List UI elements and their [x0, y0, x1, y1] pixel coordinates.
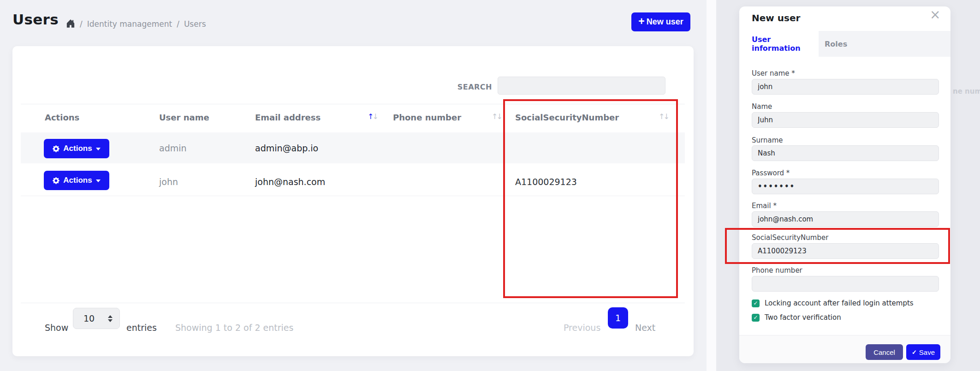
cell-email: admin@abp.io	[255, 143, 318, 153]
users-page: Users / Identity management / Users + Ne…	[0, 0, 980, 371]
cell-email: john@nash.com	[255, 177, 325, 187]
search-input[interactable]	[498, 77, 665, 95]
sort-icon[interactable]: ↑↓	[368, 112, 377, 121]
surname-label: Surname	[752, 136, 783, 144]
pagination-next[interactable]: Next	[635, 323, 655, 333]
stepper-up-icon	[108, 315, 113, 318]
ssn-field[interactable]	[752, 243, 939, 259]
caret-down-icon	[96, 180, 101, 182]
caret-down-icon	[96, 148, 101, 150]
gear-icon	[53, 177, 59, 184]
name-label: Name	[752, 102, 772, 111]
two-factor-checkbox-row: ✓ Two factor verification	[752, 313, 841, 322]
table-row	[21, 132, 685, 163]
lockout-checkbox-label: Locking account after failed login attem…	[765, 299, 914, 307]
region-divider	[707, 0, 716, 371]
pagination-page-1[interactable]: 1	[608, 307, 628, 329]
cell-username: john	[159, 177, 178, 187]
entries-label: entries	[126, 323, 157, 333]
username-label: User name *	[752, 69, 795, 78]
new-user-button[interactable]: + New user	[631, 12, 690, 31]
cell-ssn: A1100029123	[515, 177, 577, 187]
modal-title: New user	[752, 12, 800, 24]
column-header-ssn[interactable]: SocialSecurityNumber	[515, 113, 619, 122]
stepper-icon[interactable]	[108, 315, 113, 322]
username-field[interactable]	[752, 79, 939, 95]
new-user-modal: New user × User information Roles User n…	[739, 6, 950, 363]
tab-roles[interactable]: Roles	[825, 31, 847, 57]
page-size-select[interactable]: 10	[73, 308, 120, 329]
column-header-actions: Actions	[45, 113, 79, 122]
save-button[interactable]: ✓ Save	[906, 344, 940, 360]
modal-tab-bar: User information Roles	[739, 31, 950, 57]
page-title: Users	[12, 11, 59, 28]
row-actions-button[interactable]: Actions	[44, 171, 109, 190]
checkbox-checked-icon[interactable]: ✓	[752, 299, 760, 307]
phone-label: Phone number	[752, 266, 802, 275]
lockout-checkbox-row: ✓ Locking account after failed login att…	[752, 299, 914, 307]
email-field[interactable]	[752, 211, 939, 227]
breadcrumb: / Identity management / Users	[66, 19, 206, 29]
search-label: SEARCH	[429, 83, 492, 91]
breadcrumb-item-identity-management[interactable]: Identity management	[87, 19, 172, 29]
home-icon[interactable]	[66, 19, 75, 28]
password-label: Password *	[752, 169, 790, 177]
email-label: Email *	[752, 202, 777, 210]
breadcrumb-separator: /	[177, 19, 179, 29]
column-header-phone[interactable]: Phone number	[393, 113, 461, 122]
sort-icon[interactable]: ↑↓	[659, 112, 668, 121]
cancel-button[interactable]: Cancel	[866, 344, 903, 360]
pagination-previous[interactable]: Previous	[564, 323, 600, 333]
cell-username: admin	[159, 143, 187, 153]
tab-user-information[interactable]: User information	[739, 31, 819, 57]
phone-field[interactable]	[752, 276, 939, 292]
table-row	[21, 163, 685, 196]
two-factor-checkbox-label: Two factor verification	[765, 313, 841, 322]
row-actions-button[interactable]: Actions	[44, 139, 109, 158]
column-header-email[interactable]: Email address	[255, 113, 321, 122]
stepper-down-icon	[108, 319, 113, 322]
sort-icon[interactable]: ↑↓	[492, 112, 501, 121]
name-field[interactable]	[752, 112, 939, 128]
check-icon: ✓	[912, 349, 917, 356]
password-field[interactable]	[752, 179, 939, 194]
table-bottom-border	[21, 303, 685, 303]
breadcrumb-item-users[interactable]: Users	[184, 19, 206, 29]
plus-icon: +	[638, 16, 644, 27]
surname-field[interactable]	[752, 145, 939, 161]
show-label: Show	[45, 323, 68, 333]
modal-footer: Cancel ✓ Save	[739, 335, 950, 363]
gear-icon	[53, 145, 59, 152]
close-icon[interactable]: ×	[930, 8, 940, 21]
breadcrumb-separator: /	[80, 19, 83, 29]
table-top-border	[21, 104, 685, 104]
ssn-label: SocialSecurityNumber	[752, 233, 828, 242]
background-ghost-text: ne numbe	[953, 87, 980, 96]
row-border	[21, 196, 685, 196]
entries-summary: Showing 1 to 2 of 2 entries	[175, 323, 293, 333]
checkbox-checked-icon[interactable]: ✓	[752, 314, 760, 322]
column-header-username: User name	[159, 113, 209, 122]
